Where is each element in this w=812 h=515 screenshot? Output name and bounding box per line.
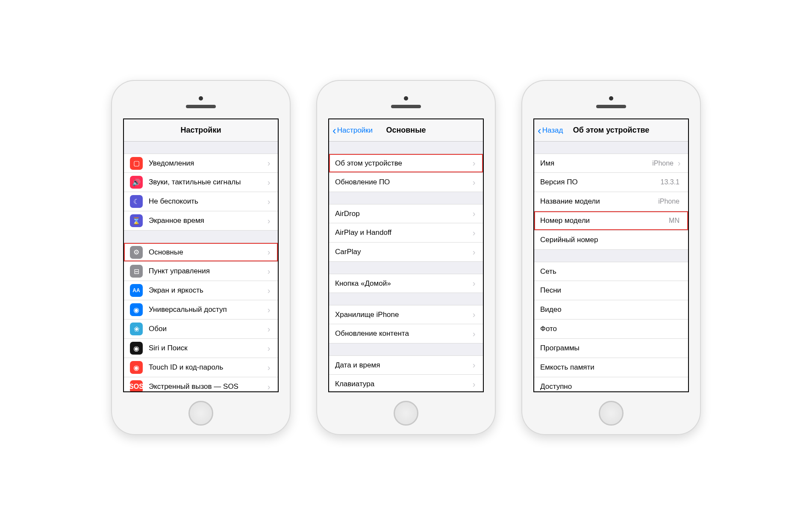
settings-row[interactable]: ◉Siri и Поиск› (124, 339, 278, 358)
settings-row[interactable]: ⌛Экранное время› (124, 211, 278, 231)
list-row[interactable]: Обновление ПО› (329, 173, 483, 192)
list-row[interactable]: Название моделиiPhone (534, 192, 688, 211)
notif-icon: ▢ (130, 157, 143, 170)
dnd-icon: ☾ (130, 195, 143, 208)
row-label: Siri и Поиск (149, 344, 266, 352)
list-row[interactable]: Емкость памяти (534, 358, 688, 377)
chevron-right-icon: › (266, 305, 272, 315)
row-label: Уведомления (149, 159, 266, 168)
row-label: Видео (540, 305, 682, 314)
gen-icon: ⚙ (130, 246, 143, 259)
phone-mockup-2: ‹ Настройки Основные Об этом устройстве›… (316, 80, 496, 435)
list-row[interactable]: Обновление контента› (329, 324, 483, 343)
general-list[interactable]: Об этом устройстве›Обновление ПО› AirDro… (329, 142, 483, 391)
home-button[interactable] (394, 401, 418, 426)
row-label: Кнопка «Домой» (335, 279, 471, 288)
list-row[interactable]: Доступно (534, 377, 688, 391)
row-value: 13.3.1 (661, 178, 680, 186)
chevron-right-icon: › (266, 158, 272, 168)
row-label: Серийный номер (540, 236, 682, 244)
chevron-right-icon: › (266, 216, 272, 226)
settings-row[interactable]: ⊟Пункт управления› (124, 262, 278, 281)
list-row[interactable]: Кнопка «Домой»› (329, 274, 483, 293)
home-button[interactable] (599, 401, 624, 426)
list-row[interactable]: CarPlay› (329, 243, 483, 262)
list-row[interactable]: Программы (534, 339, 688, 358)
row-label: AirPlay и Handoff (335, 228, 471, 237)
list-row[interactable]: ИмяiPhone› (534, 154, 688, 173)
settings-row[interactable]: AAЭкран и яркость› (124, 281, 278, 300)
phone-mockup-1: Настройки ▢Уведомления›🔊Звуки, тактильны… (111, 80, 291, 435)
list-row[interactable]: Дата и время› (329, 355, 483, 375)
row-label: Номер модели (540, 216, 669, 225)
list-row[interactable]: AirDrop› (329, 204, 483, 223)
row-label: Емкость памяти (540, 363, 682, 372)
screen-settings: Настройки ▢Уведомления›🔊Звуки, тактильны… (123, 118, 279, 392)
back-button[interactable]: ‹ Настройки (332, 125, 373, 136)
row-label: Основные (149, 248, 266, 257)
row-label: Touch ID и код-пароль (149, 363, 266, 372)
chevron-right-icon: › (471, 360, 477, 370)
chevron-right-icon: › (266, 178, 272, 187)
list-row[interactable]: Песни (534, 281, 688, 300)
row-label: Обои (149, 325, 266, 333)
row-label: Клавиатура (335, 380, 471, 388)
list-row[interactable]: Сеть (534, 262, 688, 281)
row-label: Обновление контента (335, 329, 471, 338)
list-row[interactable]: Версия ПО13.3.1 (534, 173, 688, 192)
settings-row[interactable]: ⚙Основные› (124, 243, 278, 262)
row-label: Доступно (540, 382, 682, 391)
list-row[interactable]: Серийный номер (534, 231, 688, 250)
navbar: ‹ Назад Об этом устройстве (534, 119, 688, 142)
phone-speaker (186, 105, 216, 108)
settings-list[interactable]: ▢Уведомления›🔊Звуки, тактильные сигналы›… (124, 142, 278, 391)
phone-mockup-3: ‹ Назад Об этом устройстве ИмяiPhone›Вер… (521, 80, 701, 435)
settings-row[interactable]: ◉Универсальный доступ› (124, 300, 278, 320)
list-row[interactable]: Видео (534, 300, 688, 320)
settings-row[interactable]: ▢Уведомления› (124, 154, 278, 173)
list-row[interactable]: Фото (534, 320, 688, 339)
row-label: Имя (540, 159, 652, 168)
row-label: Фото (540, 325, 682, 333)
chevron-right-icon: › (471, 178, 477, 187)
list-row[interactable]: Хранилище iPhone› (329, 305, 483, 324)
settings-row[interactable]: SOSЭкстренный вызов — SOS› (124, 377, 278, 391)
phone-speaker (391, 105, 421, 108)
home-button[interactable] (188, 401, 213, 426)
screen-general: ‹ Настройки Основные Об этом устройстве›… (328, 118, 484, 392)
chevron-left-icon: ‹ (538, 125, 541, 136)
settings-row[interactable]: ☾Не беспокоить› (124, 192, 278, 211)
chevron-right-icon: › (266, 247, 272, 257)
about-list[interactable]: ИмяiPhone›Версия ПО13.3.1Название модели… (534, 142, 688, 391)
row-label: Не беспокоить (149, 197, 266, 206)
list-row[interactable]: AirPlay и Handoff› (329, 223, 483, 243)
row-value: iPhone (658, 198, 680, 205)
siri-icon: ◉ (130, 342, 143, 355)
list-row[interactable]: Номер моделиMN (534, 211, 688, 231)
back-button[interactable]: ‹ Назад (538, 125, 563, 136)
row-label: Хранилище iPhone (335, 311, 471, 319)
settings-row[interactable]: ❀Обои› (124, 320, 278, 339)
settings-row[interactable]: 🔊Звуки, тактильные сигналы› (124, 173, 278, 192)
chevron-right-icon: › (471, 310, 477, 320)
sos-icon: SOS (130, 380, 143, 391)
back-label: Настройки (337, 126, 373, 135)
row-label: Программы (540, 344, 682, 352)
list-row[interactable]: Об этом устройстве› (329, 154, 483, 173)
chevron-right-icon: › (471, 228, 477, 238)
screen-icon: ⌛ (130, 214, 143, 227)
row-label: Экранное время (149, 216, 266, 225)
row-label: Название модели (540, 197, 658, 206)
navbar: ‹ Настройки Основные (329, 119, 483, 142)
row-label: Дата и время (335, 361, 471, 370)
row-label: Версия ПО (540, 178, 661, 186)
row-label: Песни (540, 286, 682, 295)
chevron-right-icon: › (471, 158, 477, 168)
screen-about: ‹ Назад Об этом устройстве ИмяiPhone›Вер… (533, 118, 689, 392)
row-label: Универсальный доступ (149, 305, 266, 314)
list-row[interactable]: Клавиатура› (329, 375, 483, 391)
settings-row[interactable]: ◉Touch ID и код-пароль› (124, 358, 278, 377)
row-label: Пункт управления (149, 267, 266, 275)
chevron-right-icon: › (471, 329, 477, 339)
row-label: CarPlay (335, 248, 471, 256)
